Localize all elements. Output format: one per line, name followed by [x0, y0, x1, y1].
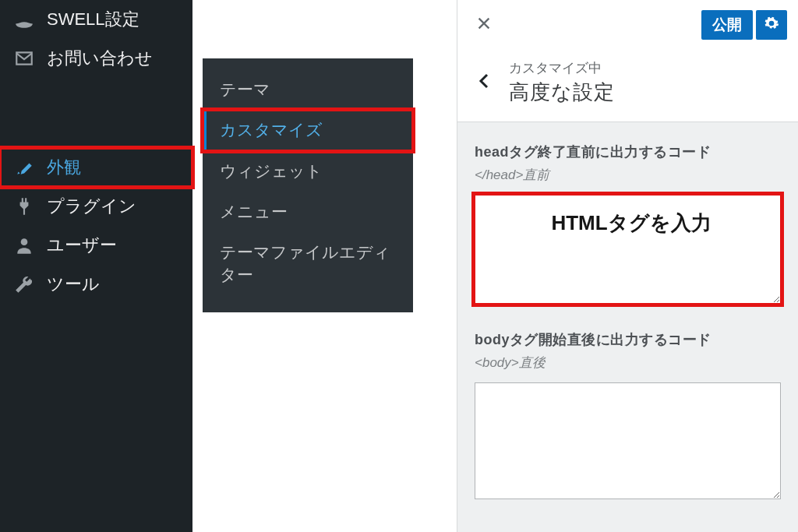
field-hint: </head>直前 — [475, 166, 781, 184]
sidebar-item-label: SWELL設定 — [47, 8, 139, 31]
sidebar-item-label: 外観 — [47, 156, 81, 179]
envelope-icon — [12, 47, 36, 70]
sidebar-item-swell-settings[interactable]: SWELL設定 — [0, 0, 192, 39]
close-icon — [475, 12, 493, 37]
page-title: 高度な設定 — [509, 79, 615, 106]
panel-topbar: 公開 — [457, 0, 798, 50]
gear-icon — [764, 16, 779, 34]
submenu-item-widgets[interactable]: ウィジェット — [203, 151, 413, 192]
submenu-item-themes[interactable]: テーマ — [203, 69, 413, 110]
wrench-icon — [12, 273, 36, 296]
field-head-code: headタグ終了直前に出力するコード </head>直前 HTMLタグを入力 — [475, 143, 781, 307]
admin-sidebar: SWELL設定 お問い合わせ 外観 プラグイン ユーザー ツール テーマ カ — [0, 0, 192, 532]
svg-point-0 — [21, 238, 28, 245]
swell-icon — [12, 8, 36, 31]
breadcrumb: カスタマイズ中 高度な設定 — [457, 50, 798, 122]
paintbrush-icon — [12, 156, 36, 179]
sidebar-item-label: ツール — [47, 273, 100, 296]
submenu-item-menus[interactable]: メニュー — [203, 192, 413, 232]
chevron-left-icon — [475, 70, 494, 95]
sidebar-item-label: お問い合わせ — [47, 47, 153, 70]
customizer-panel: 公開 カスタマイズ中 高度な設定 headタグ終了直前に出力するコード </he… — [457, 0, 798, 532]
back-button[interactable] — [467, 62, 503, 103]
sidebar-item-contact[interactable]: お問い合わせ — [0, 39, 192, 78]
plug-icon — [12, 195, 36, 218]
close-button[interactable] — [468, 9, 500, 41]
sidebar-item-users[interactable]: ユーザー — [0, 226, 192, 265]
breadcrumb-context: カスタマイズ中 — [509, 59, 615, 77]
publish-settings-button[interactable] — [756, 10, 787, 40]
user-icon — [12, 234, 36, 257]
submenu-item-theme-editor[interactable]: テーマファイルエディター — [203, 232, 413, 295]
sidebar-item-plugins[interactable]: プラグイン — [0, 187, 192, 226]
sidebar-item-label: プラグイン — [47, 195, 136, 218]
field-label: bodyタグ開始直後に出力するコード — [475, 330, 781, 349]
sidebar-item-label: ユーザー — [47, 234, 117, 257]
publish-button[interactable]: 公開 — [701, 10, 753, 40]
head-code-textarea[interactable] — [475, 195, 781, 304]
sidebar-item-appearance[interactable]: 外観 — [0, 148, 192, 187]
panel-body: headタグ終了直前に出力するコード </head>直前 HTMLタグを入力 b… — [457, 122, 798, 532]
field-label: headタグ終了直前に出力するコード — [475, 143, 781, 161]
field-body-code: bodyタグ開始直後に出力するコード <body>直後 — [475, 330, 781, 502]
submenu-item-customize[interactable]: カスタマイズ — [203, 110, 413, 150]
field-hint: <body>直後 — [475, 354, 781, 372]
appearance-submenu: テーマ カスタマイズ ウィジェット メニュー テーマファイルエディター — [203, 58, 413, 312]
body-code-textarea[interactable] — [475, 382, 781, 499]
sidebar-item-tools[interactable]: ツール — [0, 265, 192, 304]
sidebar-gap — [0, 78, 192, 148]
